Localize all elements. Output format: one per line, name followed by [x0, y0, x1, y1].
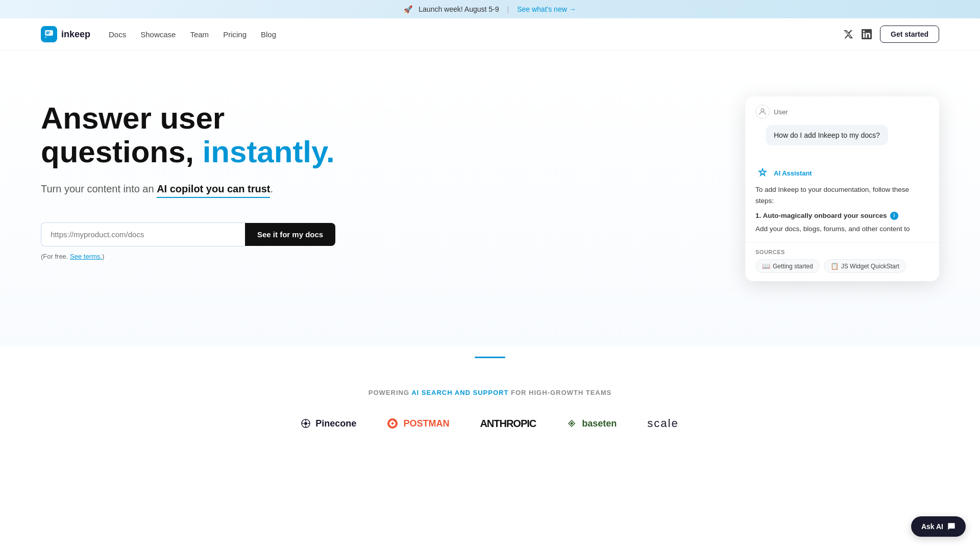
sources-chips: 📖 Getting started 📋 JS Widget QuickStart: [755, 259, 929, 273]
ai-icon: [755, 166, 770, 180]
hero-section: Answer user questions, instantly. Turn y…: [0, 51, 980, 346]
book-icon: 📖: [762, 262, 770, 270]
announcement-divider: |: [507, 5, 509, 13]
nav-links: Docs Showcase Team Pricing Blog: [109, 30, 276, 39]
pinecone-name: Pinecone: [315, 418, 356, 429]
ai-intro: To add Inkeep to your documentation, fol…: [755, 184, 929, 206]
postman-logo: POSTMAN: [387, 418, 449, 429]
free-note: (For free. See terms.): [41, 253, 388, 260]
step-title-text: 1. Auto-magically onboard your sources: [755, 210, 887, 221]
nav-blog[interactable]: Blog: [261, 30, 276, 39]
source-chip-label-2: JS Widget QuickStart: [841, 263, 899, 270]
svg-rect-2: [46, 33, 49, 34]
url-input[interactable]: [41, 222, 245, 246]
whats-new-link[interactable]: See what's new →: [517, 5, 576, 13]
chat-user-row: User: [745, 96, 939, 123]
step-body: Add your docs, blogs, forums, and other …: [755, 223, 929, 235]
free-note-end: ): [102, 253, 104, 260]
hero-subtitle-text: Turn your content into an: [41, 183, 157, 194]
logo-icon: [41, 26, 57, 42]
nav-pricing[interactable]: Pricing: [223, 30, 247, 39]
source-chip-quickstart[interactable]: 📋 JS Widget QuickStart: [824, 259, 906, 273]
baseten-name: baseten: [582, 418, 617, 429]
svg-rect-0: [45, 30, 53, 36]
sources-section: SOURCES 📖 Getting started 📋 JS Widget Qu…: [745, 242, 939, 281]
nav-team[interactable]: Team: [190, 30, 209, 39]
see-docs-button[interactable]: See it for my docs: [245, 223, 335, 246]
nav-docs[interactable]: Docs: [109, 30, 126, 39]
svg-rect-1: [46, 32, 50, 33]
navbar: inkeep Docs Showcase Team Pricing Blog G…: [0, 18, 980, 51]
step-title: 1. Auto-magically onboard your sources i: [755, 210, 929, 221]
powering-suffix: FOR HIGH-GROWTH TEAMS: [508, 389, 611, 396]
powering-text: POWERING AI SEARCH AND SUPPORT FOR HIGH-…: [41, 389, 939, 396]
clipboard-icon: 📋: [830, 262, 839, 270]
baseten-logo: baseten: [567, 418, 617, 429]
hero-subtitle-strong: AI copilot you can trust: [157, 181, 270, 198]
user-message: How do I add Inkeep to my docs?: [766, 125, 888, 145]
user-avatar: [755, 105, 770, 119]
postman-name: POSTMAN: [403, 418, 449, 429]
powering-prefix: POWERING: [369, 389, 411, 396]
logo[interactable]: inkeep: [41, 26, 90, 42]
scale-name: scale: [647, 417, 678, 430]
announcement-text: Launch week! August 5-9: [419, 5, 499, 13]
source-chip-label-1: Getting started: [773, 263, 813, 270]
ai-row: AI Assistant: [745, 162, 939, 182]
nav-showcase[interactable]: Showcase: [140, 30, 176, 39]
twitter-icon[interactable]: [843, 29, 853, 39]
free-note-text: (For free.: [41, 253, 70, 260]
hero-title-highlight: instantly.: [203, 135, 335, 169]
logo-text: inkeep: [61, 29, 90, 40]
chat-response: To add Inkeep to your documentation, fol…: [755, 184, 929, 234]
svg-point-3: [761, 109, 764, 112]
partner-logos: Pinecone POSTMAN ANTHROPIC baseten scale: [41, 417, 939, 430]
step-badge: i: [890, 212, 898, 220]
get-started-button[interactable]: Get started: [880, 26, 939, 43]
anthropic-logo: ANTHROPIC: [480, 418, 536, 430]
scale-logo: scale: [647, 417, 678, 430]
chat-widget: User How do I add Inkeep to my docs? AI …: [745, 96, 939, 281]
hero-title-line1: Answer user: [41, 101, 225, 135]
svg-point-5: [304, 422, 307, 425]
powering-accent: AI SEARCH AND SUPPORT: [411, 389, 508, 396]
powering-section: POWERING AI SEARCH AND SUPPORT FOR HIGH-…: [0, 379, 980, 461]
hero-subtitle-end: .: [270, 183, 273, 194]
source-chip-getting-started[interactable]: 📖 Getting started: [755, 259, 820, 273]
announcement-bar: 🚀 Launch week! August 5-9 | See what's n…: [0, 0, 980, 18]
hero-title-line2: questions,: [41, 135, 203, 169]
hero-left: Answer user questions, instantly. Turn y…: [41, 91, 388, 260]
section-divider: [0, 346, 980, 379]
user-label: User: [774, 108, 788, 116]
pinecone-logo: Pinecone: [301, 418, 356, 429]
hero-title: Answer user questions, instantly.: [41, 102, 388, 169]
input-row: See it for my docs: [41, 222, 388, 246]
sources-label: SOURCES: [755, 249, 929, 255]
ai-label: AI Assistant: [774, 169, 812, 177]
hero-subtitle: Turn your content into an AI copilot you…: [41, 181, 388, 198]
anthropic-name: ANTHROPIC: [480, 418, 536, 430]
see-terms-link[interactable]: See terms.: [70, 253, 102, 260]
navbar-right: Get started: [843, 26, 939, 43]
navbar-left: inkeep Docs Showcase Team Pricing Blog: [41, 26, 276, 42]
rocket-icon: 🚀: [404, 5, 412, 13]
blue-divider-line: [475, 357, 505, 358]
linkedin-icon[interactable]: [862, 29, 872, 39]
